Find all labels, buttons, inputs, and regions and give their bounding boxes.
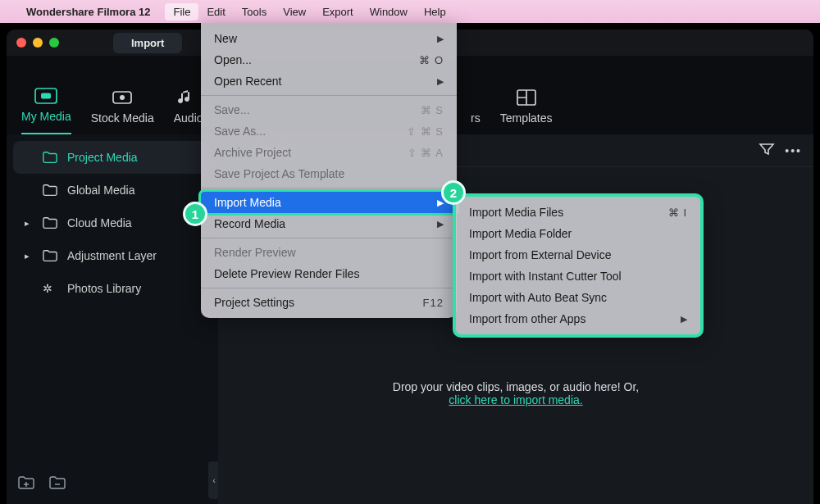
menu-item-save: Save...⌘ S <box>201 99 457 120</box>
sidebar-item-global-media[interactable]: Global Media <box>13 174 212 207</box>
tab-label: rs <box>471 111 481 125</box>
menu-separator <box>201 188 457 188</box>
folder-icon <box>43 184 57 197</box>
menubar-item-window[interactable]: Window <box>362 3 416 20</box>
sidebar: Project Media Global Media ▸ Cloud Media… <box>7 134 218 504</box>
photos-icon: ✲ <box>43 282 57 295</box>
menu-item-open[interactable]: Open...⌘ O <box>201 49 457 70</box>
tab-label: Templates <box>500 111 553 125</box>
import-media-submenu: Import Media Files⌘ I Import Media Folde… <box>453 193 704 338</box>
templates-icon <box>515 89 538 107</box>
folder-icon <box>43 151 57 164</box>
filter-icon[interactable] <box>758 143 775 158</box>
tab-stock-media[interactable]: Stock Media <box>91 89 154 134</box>
menu-item-project-settings[interactable]: Project SettingsF12 <box>201 292 457 313</box>
menu-item-archive-project: Archive Project⇧ ⌘ A <box>201 142 457 163</box>
folder-icon <box>43 216 57 229</box>
menu-item-new[interactable]: New▶ <box>201 28 457 49</box>
media-icon <box>34 87 57 105</box>
menu-separator <box>201 288 457 288</box>
maximize-window-button[interactable] <box>49 38 59 48</box>
chevron-right-icon[interactable]: ▸ <box>25 251 33 261</box>
close-window-button[interactable] <box>16 38 26 48</box>
sidebar-item-label: Project Media <box>67 151 138 164</box>
new-folder-icon[interactable] <box>18 476 34 493</box>
menu-item-delete-preview-files[interactable]: Delete Preview Render Files <box>201 263 457 284</box>
sidebar-item-label: Cloud Media <box>67 216 132 229</box>
sidebar-item-adjustment-layer[interactable]: ▸ Adjustment Layer <box>13 239 212 272</box>
menu-item-render-preview: Render Preview <box>201 242 457 263</box>
menu-separator <box>201 95 457 96</box>
menu-item-import-instant-cutter[interactable]: Import with Instant Cutter Tool <box>456 266 700 287</box>
tab-label: My Media <box>21 110 71 123</box>
callout-badge-2: 2 <box>441 180 466 205</box>
tab-my-media[interactable]: My Media <box>21 87 71 134</box>
menu-item-import-media-files[interactable]: Import Media Files⌘ I <box>456 202 700 223</box>
menu-item-import-media-folder[interactable]: Import Media Folder <box>456 223 700 244</box>
sidebar-footer <box>7 470 218 499</box>
menu-item-save-as-template: Save Project As Template <box>201 163 457 184</box>
minimize-window-button[interactable] <box>33 38 43 48</box>
dropzone-line1: Drop your video clips, images, or audio … <box>393 380 639 393</box>
more-options-icon[interactable]: ••• <box>785 144 802 157</box>
menubar-item-view[interactable]: View <box>275 3 314 20</box>
menu-separator <box>201 238 457 238</box>
app-title: Wondershare Filmora 12 <box>26 6 150 18</box>
menu-item-import-external-device[interactable]: Import from External Device <box>456 244 700 266</box>
folder-icon <box>43 249 57 262</box>
sticker-icon <box>458 89 481 107</box>
svg-point-3 <box>120 95 125 100</box>
sidebar-item-photos-library[interactable]: ✲ Photos Library <box>13 272 212 305</box>
chevron-right-icon[interactable]: ▸ <box>25 218 33 229</box>
menu-item-open-recent[interactable]: Open Recent▶ <box>201 70 457 92</box>
menu-item-import-other-apps[interactable]: Import from other Apps▶ <box>456 308 700 329</box>
tab-label: Stock Media <box>91 111 154 125</box>
sidebar-item-label: Photos Library <box>67 282 141 295</box>
sidebar-item-project-media[interactable]: Project Media <box>13 141 212 174</box>
menu-item-import-media[interactable]: Import Media▶ <box>201 192 457 213</box>
audio-icon <box>174 89 197 107</box>
sidebar-item-cloud-media[interactable]: ▸ Cloud Media <box>13 207 212 239</box>
menu-item-import-auto-beat-sync[interactable]: Import with Auto Beat Sync <box>456 287 700 308</box>
mac-menubar: Wondershare Filmora 12 File Edit Tools V… <box>0 0 820 23</box>
tab-templates[interactable]: Templates <box>500 89 553 134</box>
menubar-item-help[interactable]: Help <box>416 3 454 20</box>
svg-rect-1 <box>41 93 51 99</box>
menu-item-save-as: Save As...⇧ ⌘ S <box>201 120 457 142</box>
traffic-lights <box>16 38 59 48</box>
menubar-item-tools[interactable]: Tools <box>234 3 275 20</box>
file-menu: New▶ Open...⌘ O Open Recent▶ Save...⌘ S … <box>201 23 457 318</box>
sidebar-item-label: Adjustment Layer <box>67 249 157 262</box>
callout-badge-1: 1 <box>183 202 207 226</box>
delete-folder-icon[interactable] <box>49 476 66 493</box>
menu-item-record-media[interactable]: Record Media▶ <box>201 213 457 234</box>
menubar-item-edit[interactable]: Edit <box>198 3 233 20</box>
tab-stickers[interactable]: rs <box>456 89 481 134</box>
import-button[interactable]: Import <box>113 33 182 53</box>
cloud-media-icon <box>111 89 134 107</box>
menubar-item-file[interactable]: File <box>165 3 198 20</box>
menubar-item-export[interactable]: Export <box>314 3 362 20</box>
sidebar-item-label: Global Media <box>67 184 135 197</box>
import-media-link[interactable]: click here to import media. <box>449 393 582 406</box>
dropzone-text: Drop your video clips, images, or audio … <box>218 380 813 406</box>
